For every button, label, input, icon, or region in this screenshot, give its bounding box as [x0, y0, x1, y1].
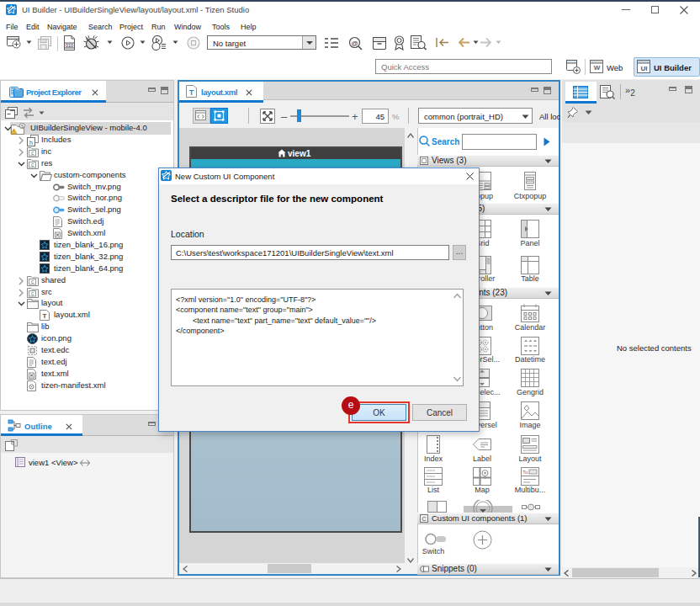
svg-text:T: T [43, 312, 47, 320]
svg-text:C: C [422, 516, 426, 522]
svg-text:010: 010 [66, 43, 73, 48]
svg-text:@: @ [351, 40, 358, 47]
svg-text:S: S [21, 124, 24, 129]
svg-text:T: T [189, 88, 194, 97]
svg-text:W: W [594, 64, 601, 72]
svg-text:h: h [29, 140, 33, 146]
svg-text:UI: UI [641, 65, 648, 72]
svg-text:To:: To: [522, 470, 529, 475]
svg-text:!: ! [13, 130, 14, 135]
